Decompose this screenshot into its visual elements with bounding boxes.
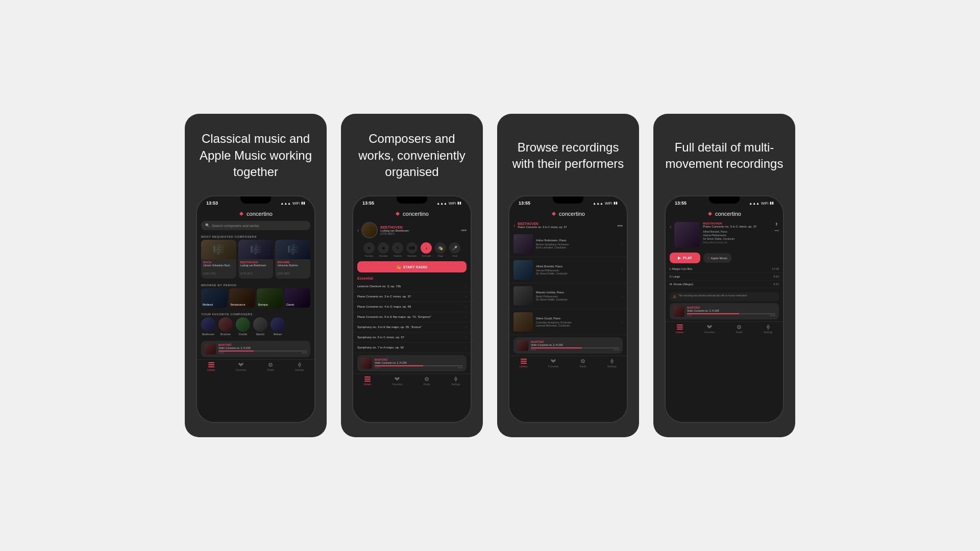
period-classic[interactable]: Classic (285, 288, 311, 308)
tab-radio-1[interactable]: Radio (267, 362, 274, 371)
filter-chamber[interactable]: ✎ Chamber (392, 242, 403, 257)
mini-player-title-3: Violin Concerto no. 2, H.293 (531, 343, 619, 346)
work-title-4: Symphony no. 3 in E flat major, op. 55, … (357, 325, 465, 330)
tab-radio-4[interactable]: Radio (736, 324, 743, 334)
mini-player-2[interactable]: MARTINŮ Violin Concerto no. 2, H.293 17:… (357, 355, 467, 371)
fav-name-martinu: Martinů (256, 333, 265, 336)
tab-library-4[interactable]: Library (676, 324, 683, 334)
app-logo-1 (239, 211, 244, 216)
showcase-container: Classical music and Apple Music working … (113, 114, 867, 437)
start-radio-btn-2[interactable]: 📻 START RADIO (357, 261, 467, 272)
mini-player-4[interactable]: MARTINŮ Violin Concerto no. 2, H.293 17:… (670, 303, 779, 319)
status-icons-2: ▲▲▲ WiFi ▮▮ (436, 201, 461, 205)
tab-settings-4[interactable]: Settings (764, 324, 773, 334)
tab-library-3[interactable]: Library (520, 359, 527, 368)
signal-icon-3: ▲▲▲ (593, 202, 603, 205)
fav-beethoven[interactable]: Beethoven (201, 317, 215, 336)
work-item-4[interactable]: Symphony no. 3 in E flat major, op. 55, … (353, 322, 471, 333)
period-medieval[interactable]: Medieval (201, 288, 227, 308)
work-item-2[interactable]: Piano Concerto no. 4 in G major, op. 58 … (353, 302, 471, 312)
filter-icon-stage: 🎭 (438, 246, 443, 251)
filter-essential[interactable]: ★ Essential (378, 242, 389, 257)
tab-library-2[interactable]: Library (363, 377, 371, 386)
movement-item-0[interactable]: I. Allegro Con Brio 17:03 (666, 265, 783, 273)
tab-radio-icon-4 (736, 324, 743, 330)
recording-item-3[interactable]: Glenn Gould, Piano Columbia Symphony Orc… (509, 309, 627, 335)
tab-favorites-3[interactable]: Favorites (548, 359, 559, 368)
tab-radio-label-3: Radio (580, 365, 586, 368)
work-item-3[interactable]: Piano Concerto no. 5 in E flat major, op… (353, 312, 471, 322)
status-icons-4: ▲▲▲ WiFi ▮▮ (749, 201, 774, 205)
recording-item-0[interactable]: Arthur Rubinstein, Piano Boston Symphony… (509, 231, 627, 257)
phone-2: 13:55 ▲▲▲ WiFi ▮▮ concertino ‹ (352, 195, 472, 423)
svg-rect-20 (521, 361, 527, 362)
play-button-4[interactable]: ▶ PLAY (670, 253, 700, 263)
work-item-6[interactable]: Symphony no. 7 in A major, op. 92 › (353, 343, 471, 353)
svg-rect-28 (677, 324, 683, 325)
detail-action-icons: ⬆ ••• (775, 222, 779, 233)
more-icon-4[interactable]: ••• (775, 228, 779, 233)
period-baroque[interactable]: Baroque (257, 288, 283, 308)
filter-label-favorites: Favorites (365, 255, 373, 257)
filter-keyboard[interactable]: ⌨ Keyboard (406, 242, 418, 257)
app-content-1: concertino 🔍 Search composers and works … (197, 208, 314, 422)
period-medieval-label: Medieval (203, 303, 213, 306)
back-btn-2[interactable]: ‹ (357, 228, 359, 233)
apple-music-text-4: Apple Music (711, 257, 728, 260)
tab-settings-1[interactable]: Settings (295, 362, 304, 371)
fav-dvorak[interactable]: Dvořák (236, 317, 250, 336)
app-content-3: concertino ‹ BEETHOVEN Piano Concerto no… (509, 208, 627, 422)
recording-item-2[interactable]: Mitsuko Uchida, Piano Berlin Philharmoni… (509, 283, 627, 309)
tab-radio-icon-3 (579, 359, 586, 364)
composer-bach[interactable]: 🎼 BACH Johann Sebastian Bach (1685-1750) (201, 240, 236, 279)
tab-settings-2[interactable]: Settings (451, 377, 460, 386)
period-baroque-label: Baroque (258, 303, 268, 306)
filter-btn-vocal: 🎤 (449, 242, 460, 254)
fav-nielsen[interactable]: Nielsen (271, 317, 285, 336)
filter-orchestral[interactable]: ♪ Orchestral (421, 242, 432, 257)
tab-favorites-4[interactable]: Favorites (704, 324, 715, 334)
back-btn-4[interactable]: ‹ (670, 222, 671, 230)
movement-item-1[interactable]: II. Largo 9:52 (666, 273, 783, 281)
composer-bach-dates: (1685-1750) (203, 272, 216, 275)
recording-item-1[interactable]: Alfred Brendel, Piano Vienna Philharmoni… (509, 257, 627, 283)
work-chevron-6: › (465, 345, 467, 350)
phone-1: 13:53 ▲▲▲ WiFi ▮▮ concertino 🔍 Search co… (196, 195, 315, 423)
tab-library-label-1: Library (207, 368, 215, 371)
back-btn-3[interactable]: ‹ (513, 223, 515, 229)
period-renaissance[interactable]: Renaissance (229, 288, 255, 308)
tab-radio-3[interactable]: Radio (579, 359, 586, 368)
fav-bruckner[interactable]: Bruckner (218, 317, 233, 336)
tab-settings-label-1: Settings (295, 368, 304, 371)
tab-library-1[interactable]: Library (207, 362, 215, 371)
more-btn-3[interactable]: ••• (617, 223, 623, 229)
filter-stage[interactable]: 🎭 Stage (435, 242, 446, 257)
work-item-5[interactable]: Symphony no. 5 in C minor, op. 67 › (353, 333, 471, 343)
share-icon-4[interactable]: ⬆ (775, 222, 779, 227)
signal-icon-2: ▲▲▲ (436, 202, 447, 205)
tab-bar-4: Library Favorites Radio (666, 321, 783, 337)
composer-brahms[interactable]: 🎼 BRAHMS Johannes Brahms (1833-1897) (275, 240, 310, 279)
rec-conductor-3: Leonard Bernstein, Conductor (536, 324, 618, 327)
work-item-0[interactable]: Leonore Overture no. 3, op. 72b › (353, 282, 471, 292)
more-btn-2[interactable]: ••• (461, 228, 467, 233)
tab-settings-3[interactable]: Settings (607, 359, 617, 368)
fav-martinu[interactable]: Martinů (253, 317, 267, 336)
filter-favorites[interactable]: ♥ Favorites (363, 242, 375, 257)
card-1-title: Classical music and Apple Music working … (196, 130, 315, 181)
work-item-1[interactable]: Piano Concerto no. 3 in C minor, op. 37 … (353, 292, 471, 302)
tab-radio-2[interactable]: Radio (423, 377, 430, 386)
mini-player-info-4: MARTINŮ Violin Concerto no. 2, H.293 17:… (687, 306, 775, 317)
mini-player-3[interactable]: MARTINŮ Violin Concerto no. 2, H.293 17:… (513, 337, 623, 354)
fav-avatar-bruckner (218, 317, 233, 332)
composer-beethoven-info: BEETHOVEN Ludwig van Beethoven (1770-182… (238, 259, 274, 279)
movement-item-2[interactable]: III. Rondo (Allegro) 9:15 (666, 281, 783, 288)
composer-beethoven[interactable]: 🎼 BEETHOVEN Ludwig van Beethoven (1770-1… (238, 240, 274, 279)
filter-vocal[interactable]: 🎤 Vocal (449, 242, 460, 257)
tab-settings-icon-2 (452, 377, 459, 382)
apple-music-btn-4[interactable]: ♪ Apple Music (703, 253, 731, 263)
search-bar-1[interactable]: 🔍 Search composers and works (201, 221, 310, 230)
tab-favorites-1[interactable]: Favorites (236, 362, 247, 371)
tab-favorites-2[interactable]: Favorites (392, 377, 403, 386)
mini-player-1[interactable]: MARTINŮ Violin Concerto no. 2, H.293 15:… (201, 341, 310, 357)
